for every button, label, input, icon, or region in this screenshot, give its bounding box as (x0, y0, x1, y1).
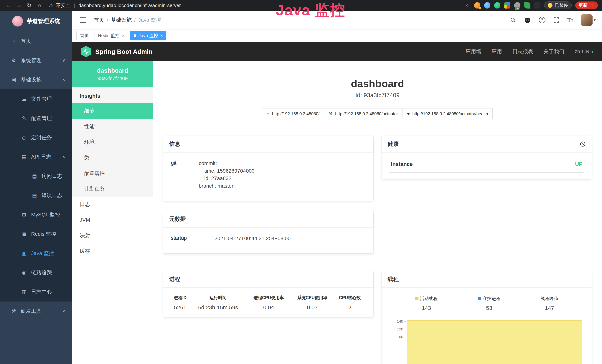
sidebar-item-home[interactable]: ◔ 首页 (0, 32, 72, 51)
sba-instance-header[interactable]: dashboard 93a3fc7f7409 (72, 61, 153, 87)
metadata-card: 元数据 startup 2021-04-27T00:44:31.254+08:0… (163, 211, 373, 253)
sidebar-item-label: 访问日志 (42, 173, 62, 180)
cell-value: 2 (334, 304, 366, 310)
sidebar-item-system[interactable]: ⚙ 系统管理 ∨ (0, 51, 72, 70)
url-text[interactable]: dashboard.yudao.iocoder.cn/infra/admin-s… (78, 3, 181, 8)
extension-icon[interactable] (484, 2, 490, 9)
url-separator: | (74, 3, 75, 8)
paused-label: 已暂停 (555, 2, 568, 8)
tab-home[interactable]: 首页 (76, 31, 92, 40)
breadcrumb-item[interactable]: 基础设施 (111, 17, 132, 23)
logo-avatar (12, 16, 23, 27)
sba-item-caches[interactable]: 缓存 (72, 243, 153, 259)
sba-item-scheduled-tasks[interactable]: 计划任务 (72, 181, 153, 197)
sidebar-item-api-logs[interactable]: ▤ API 日志 ∧ (0, 147, 72, 167)
fullscreen-icon[interactable] (553, 17, 559, 23)
user-menu[interactable]: ▾ (581, 14, 596, 26)
back-icon[interactable]: ← (4, 1, 13, 10)
close-icon[interactable]: × (160, 33, 163, 38)
sba-language-select[interactable]: zh-CN ▾ (575, 49, 593, 54)
extension-icon[interactable] (504, 2, 510, 9)
forward-icon[interactable]: → (14, 1, 23, 10)
spring-boot-admin: Spring Boot Admin 应用墙 应用 日志报表 关于我们 zh-CN… (72, 42, 602, 364)
legend-label: 线程峰值 (541, 296, 559, 301)
column-header: 进程CPU使用率 (247, 295, 290, 304)
extension-icon[interactable]: on (514, 2, 520, 9)
history-icon[interactable] (580, 141, 586, 147)
sba-item-details[interactable]: 细节 (72, 103, 153, 119)
sidebar-item-redis-monitor[interactable]: ≣ Redis 监控 (0, 224, 72, 244)
sba-brand[interactable]: Spring Boot Admin (81, 46, 152, 57)
column-header: CPU核心数 (334, 295, 366, 304)
chevron-up-icon: ∧ (62, 77, 65, 82)
legend-value: 147 (545, 305, 554, 311)
actuator-url-link[interactable]: ⚒ http://192.168.0.2:48080/actuator (324, 108, 402, 119)
extension-icon[interactable] (474, 2, 480, 9)
breadcrumb-item[interactable]: 首页 (94, 17, 104, 23)
wrench-icon: ⚒ (329, 111, 333, 117)
font-size-icon[interactable]: TT (567, 17, 573, 23)
sidebar-item-label: 文件管理 (31, 96, 52, 103)
breadcrumb-separator: / (134, 17, 136, 23)
sidebar-item-file-management[interactable]: ☁ 文件管理 (0, 89, 72, 109)
sba-nav-applications[interactable]: 应用 (492, 48, 502, 55)
sba-section-label: Insights (72, 87, 153, 103)
search-icon[interactable] (510, 17, 516, 23)
tab-redis-monitor[interactable]: Redis 监控 × (95, 31, 128, 40)
close-icon[interactable]: × (122, 33, 124, 38)
emoji-icon (548, 3, 552, 8)
sidebar-item-mysql-monitor[interactable]: ⊞ MySQL 监控 (0, 205, 72, 224)
bookmark-star-icon[interactable]: ☆ (465, 2, 470, 9)
sba-item-mappings[interactable]: 映射 (72, 228, 153, 243)
sba-item-environment[interactable]: 环境 (72, 134, 153, 150)
github-icon[interactable] (524, 17, 531, 23)
extension-icon[interactable] (524, 2, 530, 9)
column-header: 进程ID (171, 295, 189, 304)
chrome-toolbar-right: ☆ on 已暂停 更新 ⋮ (465, 1, 598, 9)
help-icon[interactable]: ? (539, 17, 546, 23)
chevron-down-icon: ∨ (62, 309, 65, 314)
extension-icon[interactable] (534, 2, 540, 9)
sidebar-item-label: 错误日志 (42, 192, 62, 199)
reload-icon[interactable]: ↻ (25, 1, 33, 10)
process-table: 进程ID 运行时间 进程CPU使用率 系统CPU使用率 CPU核心数 5261 … (171, 295, 366, 310)
threads-legend: 活动线程 143 守护进程 (389, 295, 584, 311)
sidebar-item-error-logs[interactable]: ▤ 错误日志 (0, 186, 72, 205)
chrome-update-button[interactable]: 更新 ⋮ (575, 1, 598, 9)
logo-area[interactable]: 芋道管理系统 (0, 11, 72, 32)
extension-icon[interactable] (494, 2, 500, 9)
sidebar-item-scheduled-tasks[interactable]: ◷ 定时任务 (0, 128, 72, 147)
legend-item: 守护进程 53 (478, 296, 500, 311)
sidebar-item-dev-tools[interactable]: ⚒ 研发工具 ∨ (0, 301, 72, 321)
omnibox[interactable]: ⚠ 不安全 | dashboard.yudao.iocoder.cn/infra… (49, 2, 181, 9)
info-value: commit: time: 1596289704000 id: 27aa832 … (199, 160, 366, 194)
sba-item-config-props[interactable]: 配置属性 (72, 165, 153, 181)
sidebar-item-config-management[interactable]: ✎ 配置管理 (0, 109, 72, 128)
threads-chart: 140 120 100 (389, 316, 584, 364)
gear-icon: ⚙ (10, 57, 17, 64)
sba-main: dashboard Id: 93a3fc7f7409 ⌂ http://192.… (153, 61, 602, 364)
sba-item-classes[interactable]: 类 (72, 150, 153, 165)
sba-item-jvm[interactable]: JVM (72, 212, 153, 228)
paused-badge[interactable]: 已暂停 (544, 1, 572, 9)
sba-nav-wallboard[interactable]: 应用墙 (466, 48, 481, 55)
sidebar-item-log-center[interactable]: ▥ 日志中心 (0, 282, 72, 301)
sidebar-item-tracing[interactable]: ◉ 链路追踪 (0, 263, 72, 282)
service-url-link[interactable]: ⌂ http://192.168.0.2:48080/ (262, 108, 324, 119)
column-header: 系统CPU使用率 (290, 295, 334, 304)
legend-value: 143 (422, 305, 431, 311)
sidebar-item-infrastructure[interactable]: ▣ 基础设施 ∧ (0, 70, 72, 89)
sba-item-logs[interactable]: 日志 (72, 197, 153, 212)
tab-java-monitor[interactable]: Java 监控 × (130, 31, 166, 40)
y-tick-label: 120 (397, 327, 403, 331)
sidebar-item-access-logs[interactable]: ▤ 访问日志 (0, 167, 72, 186)
hamburger-icon[interactable] (79, 16, 87, 24)
sba-item-metrics[interactable]: 性能 (72, 119, 153, 134)
sidebar-item-java-monitor[interactable]: ▣ Java 监控 (0, 244, 72, 263)
home-icon[interactable]: ⌂ (35, 1, 44, 10)
sba-nav-journal[interactable]: 日志报表 (512, 48, 533, 55)
health-url-link[interactable]: ♥ http://192.168.0.2:48080/actuator/heal… (402, 108, 493, 119)
monitor-icon: ▣ (21, 250, 27, 256)
column-header: 运行时间 (189, 295, 247, 304)
sba-nav-about[interactable]: 关于我们 (544, 48, 564, 55)
